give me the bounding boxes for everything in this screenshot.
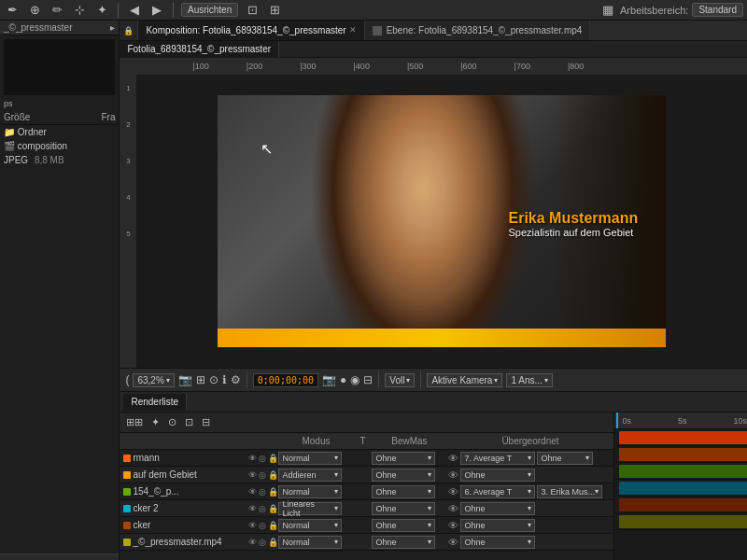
tl-mark-0s: 0s	[622, 416, 631, 426]
arbeitsbereich-label: Arbeitsbereich:	[620, 5, 688, 16]
standard-button[interactable]: Standard	[692, 3, 743, 17]
ueber2-dropdown-2[interactable]: 3. Erika Mus... ▾	[537, 485, 602, 498]
playback-zoom-controls[interactable]: (	[125, 373, 129, 386]
ueber2-dropdown-0[interactable]: Ohne ▾	[537, 452, 593, 465]
bewmas-dropdown-5[interactable]: Ohne ▾	[372, 536, 435, 549]
bewmas-dropdown-3[interactable]: Ohne ▾	[372, 502, 435, 515]
ueber-eye-1[interactable]: 👁	[448, 469, 458, 481]
ueber-eye-0[interactable]: 👁	[448, 453, 458, 464]
solo-icon-1[interactable]: ◎	[259, 470, 266, 480]
lr-name-5: _©_pressmaster.mp4	[133, 537, 221, 547]
ueber-dropdown-1[interactable]: Ohne ▾	[460, 469, 535, 482]
ueber-eye-3[interactable]: 👁	[448, 503, 458, 514]
lock-icon-2[interactable]: 🔒	[268, 487, 278, 497]
ueber-dropdown-3[interactable]: Ohne ▾	[460, 502, 535, 515]
grid2-btn[interactable]: ⊟	[363, 373, 373, 386]
lr-bewmas-5: Ohne ▾	[372, 536, 446, 549]
lr-icons-2: 👁 ◎ 🔒	[248, 487, 278, 497]
ruler-700: |700	[514, 62, 530, 71]
modus-dropdown-3[interactable]: Lineares Licht ▾	[278, 502, 342, 515]
lock-icon-0[interactable]: 🔒	[268, 454, 278, 463]
zoom-dropdown[interactable]: 63,2% ▾	[133, 373, 174, 387]
snapshot-btn[interactable]: 📷	[178, 373, 192, 386]
track-row-5	[614, 513, 747, 530]
modus-dd-arrow-0: ▾	[334, 454, 338, 462]
modus-dropdown-2[interactable]: Normal ▾	[278, 485, 342, 498]
ueber-dropdown-0[interactable]: 7. Average T ▾	[460, 452, 535, 465]
solo-icon-3[interactable]: ◎	[259, 504, 266, 513]
select-tool-icon[interactable]: ⊕	[26, 2, 43, 19]
ueber-eye-5[interactable]: 👁	[448, 537, 458, 548]
bewmas-dropdown-0[interactable]: Ohne ▾	[372, 452, 435, 465]
solo-icon-5[interactable]: ◎	[259, 538, 266, 547]
komposition-tab[interactable]: Komposition: Fotolia_68938154_©_pressmas…	[138, 21, 364, 40]
timeline-playhead[interactable]	[616, 413, 618, 428]
bewmas-dropdown-2[interactable]: Ohne ▾	[372, 485, 435, 498]
left-sidebar: _©_pressmaster ▸ ps Größe Fra 📁 Ordner 🎬…	[0, 21, 120, 560]
lock-icon-4[interactable]: 🔒	[268, 521, 278, 530]
ebene-tab[interactable]: Ebene: Fotolia_68938154_©_pressmaster.mp…	[365, 21, 591, 40]
sidebar-ordner-item[interactable]: 📁 Ordner	[0, 125, 119, 139]
ueber-dropdown-5[interactable]: Ohne ▾	[460, 536, 535, 549]
render-list-button[interactable]	[0, 553, 119, 560]
ueber-dropdown-2[interactable]: 6. Average T ▾	[460, 485, 535, 498]
eye-icon-0[interactable]: 👁	[248, 454, 257, 463]
komposition-tab-close[interactable]: ✕	[349, 25, 357, 35]
modus-dropdown-0[interactable]: Normal ▾	[278, 452, 342, 465]
eye-icon-4[interactable]: 👁	[248, 521, 257, 530]
layer-tool-4[interactable]: ⊡	[182, 415, 196, 429]
layer-tool-2[interactable]: ✦	[148, 415, 162, 429]
ruler-top: |100 |200 |300 |400 |500 |600 |700 |800	[120, 58, 747, 75]
brush-tool-icon[interactable]: ✏	[49, 2, 65, 19]
next-icon[interactable]: ▶	[148, 2, 165, 19]
lr-icons-5: 👁 ◎ 🔒	[248, 538, 278, 547]
bewmas-dropdown-1[interactable]: Ohne ▾	[372, 469, 435, 482]
solo-icon-4[interactable]: ◎	[259, 521, 266, 530]
color-btn[interactable]: ⊙	[209, 373, 218, 386]
lock-icon-5[interactable]: 🔒	[268, 538, 278, 547]
eye-icon-1[interactable]: 👁	[248, 470, 257, 480]
settings-icon[interactable]: ⊞	[266, 2, 283, 19]
prev-icon[interactable]: ◀	[126, 2, 143, 19]
bewmas-dropdown-4[interactable]: Ohne ▾	[372, 519, 435, 532]
modus-dropdown-5[interactable]: Normal ▾	[278, 536, 342, 549]
modus-dropdown-4[interactable]: Normal ▾	[278, 519, 342, 532]
shape-tool-icon[interactable]: ⊹	[71, 2, 88, 19]
layer-tool-5[interactable]: ⊟	[199, 415, 213, 429]
ueber-dropdown-4[interactable]: Ohne ▾	[460, 519, 535, 532]
solo-icon-2[interactable]: ◎	[259, 487, 266, 497]
eye-icon-5[interactable]: 👁	[248, 538, 257, 547]
folder-icon: 📁	[4, 127, 15, 137]
modus-dropdown-1[interactable]: Addieren ▾	[278, 469, 342, 482]
layer-tool-1[interactable]: ⊞⊞	[123, 415, 146, 429]
sidebar-file-item[interactable]: JPEG 8,8 MB	[0, 153, 119, 167]
ausrichten-button[interactable]: Ausrichten	[181, 3, 238, 17]
views-dropdown[interactable]: 1 Ans... ▾	[506, 373, 552, 387]
eye-icon-2[interactable]: 👁	[248, 487, 257, 497]
track-bar-1	[619, 448, 747, 461]
expand-icon[interactable]: ⊡	[244, 2, 261, 19]
settings2-btn[interactable]: ⚙	[231, 373, 241, 386]
sidebar-comp-item[interactable]: 🎬 composition	[0, 139, 119, 153]
dot-btn[interactable]: ●	[340, 373, 346, 386]
sub-tab[interactable]: Fotolia_68938154_©_pressmaster	[120, 41, 279, 58]
ueber-eye-4[interactable]: 👁	[448, 520, 458, 531]
color2-btn[interactable]: ◉	[350, 373, 359, 386]
camera-dropdown[interactable]: Aktive Kamera ▾	[427, 373, 502, 387]
cam-snap-btn[interactable]: 📷	[322, 373, 336, 386]
solo-icon-0[interactable]: ◎	[259, 454, 266, 463]
ruler-left-4: 4	[126, 193, 130, 202]
renderliste-tab[interactable]: Renderliste	[123, 394, 187, 411]
info-btn[interactable]: ℹ	[222, 373, 227, 386]
pen-tool-icon[interactable]: ✒	[4, 2, 21, 19]
eye-icon-3[interactable]: 👁	[248, 504, 257, 513]
grid-btn[interactable]: ⊞	[196, 373, 205, 386]
camera-arrow-icon: ▾	[494, 376, 498, 385]
lr-ueber-4: 👁 Ohne ▾	[446, 519, 613, 532]
lock-icon-3[interactable]: 🔒	[268, 504, 278, 513]
layer-tool-3[interactable]: ⊙	[165, 415, 179, 429]
lock-icon-1[interactable]: 🔒	[268, 470, 278, 480]
quality-dropdown[interactable]: Voll ▾	[385, 373, 415, 387]
pin-tool-icon[interactable]: ✦	[93, 2, 110, 19]
ueber-eye-2[interactable]: 👁	[448, 486, 458, 497]
